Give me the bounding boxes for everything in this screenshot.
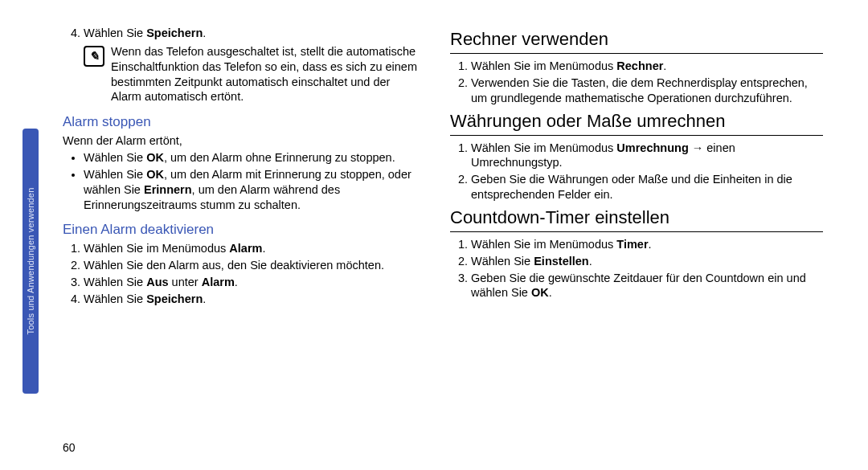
page-number: 60: [63, 441, 76, 454]
list-item: Wählen Sie Speichern.: [84, 292, 418, 307]
list-item: Wählen Sie im Menümodus Umrechnung → ein…: [471, 141, 823, 171]
heading-umrechnen: Währungen oder Maße umrechnen: [450, 111, 823, 136]
list-item: Verwenden Sie die Tasten, die dem Rechne…: [471, 76, 823, 106]
text: .: [203, 292, 206, 305]
side-tab: Tools und Anwendungen verwenden: [23, 129, 39, 394]
right-column: Rechner verwenden Wählen Sie im Menümodu…: [434, 0, 868, 470]
text-bold: Umrechnung: [616, 141, 688, 154]
alarm-intro: Wenn der Alarm ertönt,: [63, 133, 418, 149]
text: Wählen Sie im Menümodus: [471, 59, 616, 72]
text: .: [549, 286, 552, 299]
text: .: [262, 242, 265, 255]
alarm-deakt-list: Wählen Sie im Menümodus Alarm. Wählen Si…: [63, 241, 418, 306]
list-item: Wählen Sie OK, um den Alarm ohne Erinner…: [84, 150, 418, 166]
list-item: Wählen Sie Aus unter Alarm.: [84, 275, 418, 290]
text: Wählen Sie im Menümodus: [471, 141, 616, 154]
text: unter: [169, 276, 202, 288]
text: , um den Alarm ohne Erinnerung zu stoppe…: [164, 151, 395, 164]
text-bold: Alarm: [202, 276, 235, 288]
text: Wählen Sie: [471, 255, 534, 268]
text-bold: Erinnern: [144, 183, 192, 196]
text: Wählen Sie: [84, 151, 146, 164]
text-bold: OK: [146, 168, 164, 181]
left-column: Wählen Sie Speichern. ✎ Wenn das Telefon…: [0, 0, 434, 470]
list-item: Wählen Sie OK, um den Alarm mit Erinneru…: [84, 167, 418, 213]
note-block: ✎ Wenn das Telefon ausgeschaltet ist, st…: [84, 44, 418, 104]
text: Wählen Sie: [84, 292, 146, 305]
umrechnen-list: Wählen Sie im Menümodus Umrechnung → ein…: [450, 141, 823, 202]
list-item: Wählen Sie Einstellen.: [471, 254, 823, 269]
step4-prefix: Wählen Sie: [84, 27, 146, 39]
text: .: [589, 255, 592, 268]
rechner-list: Wählen Sie im Menümodus Rechner. Verwend…: [450, 59, 823, 106]
note-text: Wenn das Telefon ausgeschaltet ist, stel…: [111, 44, 418, 104]
text-bold: Alarm: [229, 242, 262, 255]
text-bold: Timer: [616, 238, 648, 251]
side-tab-label: Tools und Anwendungen verwenden: [26, 188, 35, 335]
list-item: Geben Sie die Währungen oder Maße und di…: [471, 172, 823, 202]
note-icon: ✎: [84, 46, 104, 67]
text-bold: Rechner: [616, 59, 663, 72]
list-item: Wählen Sie im Menümodus Timer.: [471, 237, 823, 252]
heading-timer: Countdown-Timer einstellen: [450, 207, 823, 232]
text: Wählen Sie: [84, 276, 146, 288]
list-item: Wählen Sie im Menümodus Alarm.: [84, 241, 418, 256]
list-item: Wählen Sie Speichern.: [84, 26, 418, 41]
text-bold: Speichern: [146, 292, 203, 305]
list-item: Wählen Sie den Alarm aus, den Sie deakti…: [84, 258, 418, 273]
list-item: Geben Sie die gewünschte Zeitdauer für d…: [471, 271, 823, 301]
text: Wählen Sie im Menümodus: [471, 238, 616, 251]
content-columns: Wählen Sie Speichern. ✎ Wenn das Telefon…: [0, 0, 868, 470]
heading-rechner: Rechner verwenden: [450, 29, 823, 54]
heading-alarm-deaktivieren: Einen Alarm deaktivieren: [63, 222, 418, 238]
text: Geben Sie die gewünschte Zeitdauer für d…: [471, 272, 806, 300]
list-item: Wählen Sie im Menümodus Rechner.: [471, 59, 823, 74]
text-bold: OK: [531, 286, 549, 299]
text: .: [649, 238, 652, 251]
step4-bold: Speichern: [146, 27, 203, 39]
document-page: Tools und Anwendungen verwenden Wählen S…: [0, 0, 868, 470]
text: Wählen Sie im Menümodus: [84, 242, 229, 255]
heading-alarm-stoppen: Alarm stoppen: [63, 114, 418, 130]
text-bold: Aus: [146, 276, 168, 288]
text: .: [663, 59, 666, 72]
alarm-stop-list: Wählen Sie OK, um den Alarm ohne Erinner…: [63, 150, 418, 212]
text-bold: Einstellen: [534, 255, 589, 268]
step-list-continued: Wählen Sie Speichern.: [63, 26, 418, 41]
text: Wählen Sie: [84, 168, 146, 181]
timer-list: Wählen Sie im Menümodus Timer. Wählen Si…: [450, 237, 823, 300]
step4-suffix: .: [203, 27, 206, 39]
text-bold: OK: [146, 151, 164, 164]
text: .: [235, 276, 238, 288]
